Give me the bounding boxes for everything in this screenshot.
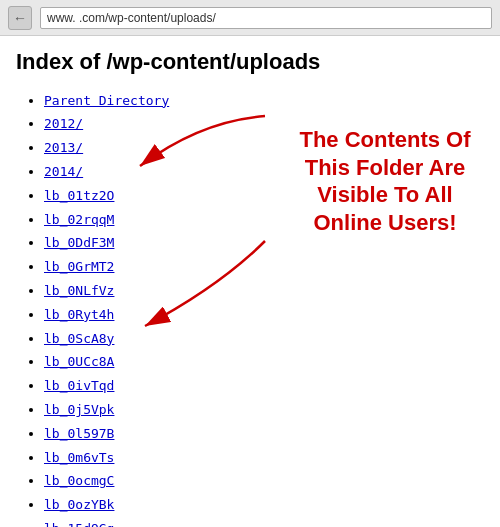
file-link[interactable]: 2014/ bbox=[44, 164, 83, 179]
list-item: 2014/ bbox=[44, 160, 484, 184]
list-item: lb_0UCc8A bbox=[44, 350, 484, 374]
file-link[interactable]: lb_0l597B bbox=[44, 426, 114, 441]
back-button[interactable]: ← bbox=[8, 6, 32, 30]
list-item: 2013/ bbox=[44, 136, 484, 160]
list-item: lb_0DdF3M bbox=[44, 231, 484, 255]
list-item: lb_0Ryt4h bbox=[44, 303, 484, 327]
list-item: lb_0GrMT2 bbox=[44, 255, 484, 279]
file-link[interactable]: lb_0ocmgC bbox=[44, 473, 114, 488]
file-link[interactable]: lb_0DdF3M bbox=[44, 235, 114, 250]
file-link[interactable]: lb_0UCc8A bbox=[44, 354, 114, 369]
file-link[interactable]: lb_0ozYBk bbox=[44, 497, 114, 512]
list-item: lb_01tz2O bbox=[44, 184, 484, 208]
list-item: lb_0ozYBk bbox=[44, 493, 484, 517]
file-link[interactable]: lb_0j5Vpk bbox=[44, 402, 114, 417]
list-item: lb_0ivTqd bbox=[44, 374, 484, 398]
list-item: lb_0NLfVz bbox=[44, 279, 484, 303]
file-link[interactable]: lb_0NLfVz bbox=[44, 283, 114, 298]
file-list: Parent Directory2012/2013/2014/lb_01tz2O… bbox=[16, 89, 484, 527]
list-item: lb_0l597B bbox=[44, 422, 484, 446]
file-link[interactable]: 2013/ bbox=[44, 140, 83, 155]
file-link[interactable]: lb_01tz2O bbox=[44, 188, 114, 203]
file-link[interactable]: lb_15d9Gg bbox=[44, 521, 114, 527]
file-link[interactable]: Parent Directory bbox=[44, 93, 169, 108]
url-text: www. .com/wp-content/uploads/ bbox=[47, 11, 216, 25]
browser-toolbar: ← www. .com/wp-content/uploads/ bbox=[0, 0, 500, 36]
list-item: lb_0j5Vpk bbox=[44, 398, 484, 422]
page-title: Index of /wp-content/uploads bbox=[16, 48, 484, 77]
file-link[interactable]: 2012/ bbox=[44, 116, 83, 131]
list-item: lb_0ScA8y bbox=[44, 327, 484, 351]
file-link[interactable]: lb_0m6vTs bbox=[44, 450, 114, 465]
list-item: 2012/ bbox=[44, 112, 484, 136]
file-link[interactable]: lb_0Ryt4h bbox=[44, 307, 114, 322]
file-link[interactable]: lb_02rqqM bbox=[44, 212, 114, 227]
list-item: Parent Directory bbox=[44, 89, 484, 113]
list-item: lb_0ocmgC bbox=[44, 469, 484, 493]
file-link[interactable]: lb_0GrMT2 bbox=[44, 259, 114, 274]
file-link[interactable]: lb_0ScA8y bbox=[44, 331, 114, 346]
list-item: lb_02rqqM bbox=[44, 208, 484, 232]
list-item: lb_0m6vTs bbox=[44, 446, 484, 470]
list-item: lb_15d9Gg bbox=[44, 517, 484, 527]
page-content: Index of /wp-content/uploads Parent Dire… bbox=[0, 36, 500, 527]
address-bar[interactable]: www. .com/wp-content/uploads/ bbox=[40, 7, 492, 29]
file-link[interactable]: lb_0ivTqd bbox=[44, 378, 114, 393]
